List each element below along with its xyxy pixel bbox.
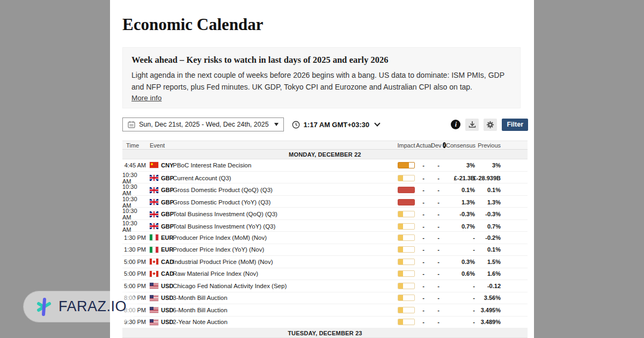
actual-value: - — [416, 259, 431, 265]
us-flag-icon — [150, 283, 158, 289]
previous-value: 3.489% — [475, 319, 501, 325]
event-name[interactable]: 3-Month Bill Auction — [173, 295, 397, 301]
column-header-impact: Impact — [397, 142, 416, 149]
previous-value: -0.3% — [475, 211, 501, 217]
event-time: 10:30 AM — [122, 183, 146, 196]
actual-value: - — [416, 319, 431, 325]
event-time: 10:30 AM — [122, 208, 146, 221]
impact-cell — [397, 246, 416, 253]
event-time: 4:45 AM — [122, 162, 146, 168]
event-row[interactable]: 10:30 AMGBPCurrent Account (Q3)--£-21.3B… — [122, 172, 528, 184]
event-time: 10:30 AM — [122, 220, 146, 233]
previous-value: 0.7% — [475, 223, 501, 230]
event-name[interactable]: PBoC Interest Rate Decision — [173, 162, 397, 168]
event-time: 5:00 PM — [122, 283, 146, 289]
dev-value: - — [431, 270, 446, 277]
economic-calendar-card: Economic Calendar Week ahead – Key risks… — [110, 0, 534, 338]
timezone-selector[interactable]: 1:17 AM GMT+03:30 — [292, 121, 380, 129]
gb-flag-icon — [150, 187, 158, 193]
dropdown-triangle-icon — [274, 123, 279, 126]
download-icon — [469, 121, 476, 128]
actual-value: - — [416, 283, 431, 289]
event-name[interactable]: Gross Domestic Product (QoQ) (Q3) — [173, 187, 397, 193]
event-row[interactable]: 10:30 AMGBPGross Domestic Product (QoQ) … — [122, 183, 528, 196]
previous-value: 3.495% — [475, 307, 501, 313]
consensus-value: 1.3% — [446, 199, 475, 205]
impact-low-bar — [398, 307, 415, 313]
event-name[interactable]: Industrial Product Price (MoM) (Nov) — [173, 259, 397, 265]
event-name[interactable]: 6-Month Bill Auction — [173, 307, 397, 313]
event-row[interactable]: 5:00 PMCADIndustrial Product Price (MoM)… — [122, 256, 528, 268]
event-row[interactable]: 4:45 AMCNYPBoC Interest Rate Decision--3… — [122, 159, 528, 172]
week-ahead-body: Light agenda in the next couple of weeks… — [131, 70, 507, 93]
more-info-link[interactable]: More info — [131, 94, 162, 102]
dev-value: - — [431, 211, 446, 217]
impact-cell — [397, 283, 416, 289]
currency-code: GBP — [161, 175, 173, 181]
impact-cell — [397, 234, 416, 241]
settings-button[interactable] — [484, 119, 497, 131]
column-header-actual: Actual — [416, 142, 431, 149]
impact-medium-bar — [398, 162, 415, 168]
impact-low-bar — [398, 223, 415, 230]
column-header-dev: Devi — [431, 142, 446, 149]
event-time: 1:30 PM — [122, 234, 146, 241]
event-row[interactable]: 10:30 AMGBPTotal Business Investment (Qo… — [122, 208, 528, 220]
event-name[interactable]: Producer Price Index (YoY) (Nov) — [173, 246, 397, 253]
impact-low-bar — [398, 270, 415, 277]
calendar-table: Time Event Impact Actual Devi Consensus … — [122, 141, 528, 338]
impact-low-bar — [398, 319, 415, 325]
dev-value: - — [431, 246, 446, 253]
event-time: 10:30 AM — [122, 172, 146, 185]
event-name[interactable]: Total Business Investment (QoQ) (Q3) — [173, 211, 397, 217]
event-row[interactable]: 1:30 PMEURProducer Price Index (YoY) (No… — [122, 244, 528, 256]
event-row[interactable]: 8:00 PMUSD6-Month Bill Auction---3.495% — [122, 304, 528, 317]
currency-code: USD — [161, 307, 173, 313]
event-name[interactable]: Total Business Investment (YoY) (Q3) — [173, 223, 397, 230]
filter-button[interactable]: Filter — [502, 119, 528, 131]
event-name[interactable]: 2-Year Note Auction — [173, 319, 397, 325]
event-time: 5:00 PM — [122, 259, 146, 265]
us-flag-icon — [150, 319, 158, 325]
event-row[interactable]: 8:00 PMUSD3-Month Bill Auction---3.56% — [122, 292, 528, 305]
previous-value: 3.56% — [475, 295, 501, 301]
page-title: Economic Calendar — [122, 15, 521, 34]
impact-high-bar — [398, 187, 415, 193]
consensus-value: 0.6% — [446, 270, 475, 277]
event-row[interactable]: 9:30 PMUSD2-Year Note Auction---3.489% — [122, 317, 528, 329]
event-name[interactable]: Gross Domestic Product (YoY) (Q3) — [173, 199, 397, 205]
event-row[interactable]: 5:00 PMCADRaw Material Price Index (Nov)… — [122, 268, 528, 281]
event-name[interactable]: Chicago Fed National Activity Index (Sep… — [173, 283, 397, 289]
impact-cell — [397, 259, 416, 265]
info-icon[interactable]: i — [451, 120, 460, 129]
event-time: 1:30 PM — [122, 246, 146, 253]
gear-icon — [486, 121, 494, 129]
ca-flag-icon — [150, 259, 158, 264]
impact-cell — [397, 270, 416, 277]
event-row[interactable]: 10:30 AMGBPTotal Business Investment (Yo… — [122, 220, 528, 232]
event-row[interactable]: 1:30 PMEURProducer Price Index (MoM) (No… — [122, 232, 528, 244]
actual-value: - — [416, 234, 431, 241]
event-name[interactable]: Raw Material Price Index (Nov) — [173, 270, 397, 277]
event-name[interactable]: Producer Price Index (MoM) (Nov) — [173, 234, 397, 241]
column-header-previous: Previous — [475, 142, 501, 149]
us-flag-icon — [150, 295, 158, 301]
date-range-selector[interactable]: Sun, Dec 21st, 2025 - Wed, Dec 24th, 202… — [122, 117, 284, 131]
actual-value: - — [416, 199, 431, 205]
dev-value: - — [431, 283, 446, 289]
event-row[interactable]: 10:30 AMGBPGross Domestic Product (YoY) … — [122, 196, 528, 208]
gb-flag-icon — [150, 199, 158, 205]
impact-cell — [397, 211, 416, 217]
actual-value: - — [416, 307, 431, 313]
event-row[interactable]: 5:00 PMUSDChicago Fed National Activity … — [122, 280, 528, 292]
dev-value: - — [431, 234, 446, 241]
dev-label: Dev — [431, 142, 442, 149]
consensus-value: - — [446, 283, 475, 289]
gb-flag-icon — [150, 175, 158, 181]
consensus-value: - — [446, 234, 475, 241]
dev-value: - — [431, 187, 446, 193]
event-name[interactable]: Current Account (Q3) — [173, 175, 397, 181]
faraz-io-watermark: FARAZ.IO — [24, 291, 137, 322]
download-button[interactable] — [465, 119, 479, 131]
impact-low-bar — [398, 259, 415, 265]
